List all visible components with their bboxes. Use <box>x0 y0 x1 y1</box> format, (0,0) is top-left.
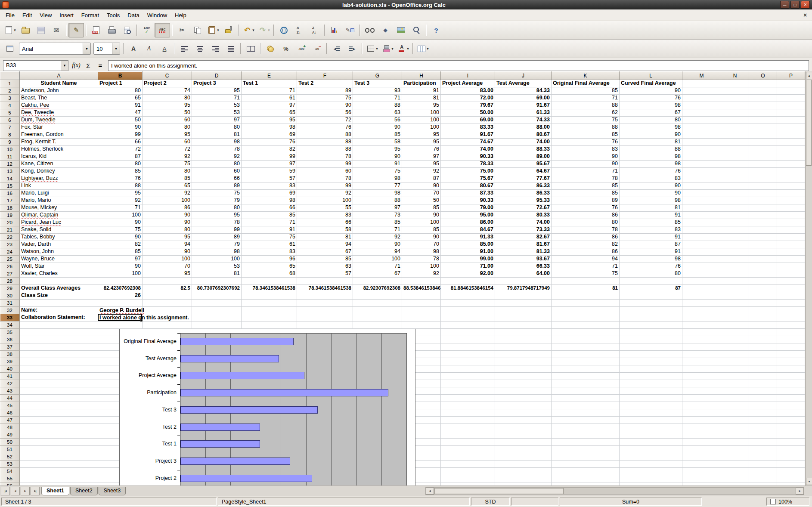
cell-I46[interactable] <box>441 409 495 417</box>
cell-B34[interactable] <box>98 322 143 329</box>
col-header-O[interactable]: O <box>749 71 777 80</box>
cell-M50[interactable] <box>682 439 721 446</box>
cell-K47[interactable] <box>552 417 620 424</box>
cell-O5[interactable] <box>749 109 777 117</box>
cell-P20[interactable] <box>777 219 805 226</box>
cell-P51[interactable] <box>777 446 805 453</box>
cell-F32[interactable] <box>297 307 353 314</box>
cell-F22[interactable]: 81 <box>297 234 353 241</box>
sheet-tab-sheet3[interactable]: Sheet3 <box>99 487 126 495</box>
col-header-A[interactable]: A <box>20 71 98 80</box>
cell-G17[interactable]: 88 <box>353 197 402 204</box>
spellcheck-button[interactable] <box>139 23 155 37</box>
cell-P12[interactable] <box>777 161 805 168</box>
row-header-28[interactable]: 28 <box>0 278 20 285</box>
cell-A26[interactable]: Wolf, Star <box>20 263 98 270</box>
cell-C13[interactable]: 80 <box>143 168 192 175</box>
cell-D11[interactable]: 92 <box>192 153 242 161</box>
cell-I42[interactable] <box>441 380 495 387</box>
cell-B25[interactable]: 97 <box>98 256 143 263</box>
cell-O29[interactable] <box>749 285 777 292</box>
cell-J11[interactable]: 89.00 <box>495 153 552 161</box>
cell-P39[interactable] <box>777 358 805 365</box>
row-header-15[interactable]: 15 <box>0 182 20 190</box>
cell-B7[interactable]: 90 <box>98 124 143 131</box>
cell-L53[interactable] <box>620 461 682 468</box>
cell-M9[interactable] <box>682 139 721 146</box>
cell-A40[interactable] <box>20 365 98 373</box>
cell-J14[interactable]: 77.67 <box>495 175 552 182</box>
cell-E27[interactable]: 68 <box>242 270 297 278</box>
cell-F20[interactable]: 66 <box>297 219 353 226</box>
cell-H12[interactable]: 95 <box>402 161 441 168</box>
cell-E33[interactable] <box>242 314 297 322</box>
cell-K18[interactable]: 76 <box>552 204 620 212</box>
select-all-corner[interactable] <box>0 71 20 80</box>
undo-button[interactable]: ▾ <box>241 23 256 37</box>
cell-I37[interactable] <box>441 343 495 351</box>
cell-L41[interactable] <box>620 373 682 380</box>
cell-F19[interactable]: 83 <box>297 212 353 219</box>
row-header-49[interactable]: 49 <box>0 431 20 439</box>
cell-N31[interactable] <box>721 300 749 307</box>
cell-D13[interactable]: 60 <box>192 168 242 175</box>
cell-C4[interactable]: 95 <box>143 102 192 109</box>
page-preview-button[interactable] <box>119 23 135 37</box>
cell-L5[interactable]: 67 <box>620 109 682 117</box>
function-wizard-button[interactable]: f(x) <box>71 60 82 71</box>
cell-B2[interactable]: 80 <box>98 87 143 95</box>
row-header-33[interactable]: 33 <box>0 314 20 322</box>
cell-A3[interactable]: Beast, The <box>20 95 98 102</box>
cell-I10[interactable]: 74.00 <box>441 146 495 153</box>
cell-H4[interactable]: 95 <box>402 102 441 109</box>
cell-E16[interactable]: 69 <box>242 190 297 197</box>
cell-O13[interactable] <box>749 168 777 175</box>
cell-P17[interactable] <box>777 197 805 204</box>
cell-G4[interactable]: 88 <box>353 102 402 109</box>
cell-N20[interactable] <box>721 219 749 226</box>
cell-I44[interactable] <box>441 395 495 402</box>
cell-K49[interactable] <box>552 431 620 439</box>
cell-F26[interactable]: 63 <box>297 263 353 270</box>
cell-C1[interactable]: Project 2 <box>143 80 192 87</box>
cell-G25[interactable]: 100 <box>353 256 402 263</box>
cell-O39[interactable] <box>749 358 777 365</box>
cell-K50[interactable] <box>552 439 620 446</box>
cell-O41[interactable] <box>749 373 777 380</box>
align-right-button[interactable] <box>208 41 223 56</box>
cell-N34[interactable] <box>721 322 749 329</box>
cell-L37[interactable] <box>620 343 682 351</box>
cell-F6[interactable]: 72 <box>297 117 353 124</box>
cell-F8[interactable]: 88 <box>297 131 353 139</box>
cell-H3[interactable]: 81 <box>402 95 441 102</box>
cell-L10[interactable]: 88 <box>620 146 682 153</box>
cell-N30[interactable] <box>721 292 749 300</box>
cell-L40[interactable] <box>620 365 682 373</box>
cell-B9[interactable]: 66 <box>98 139 143 146</box>
row-header-23[interactable]: 23 <box>0 241 20 248</box>
cell-F21[interactable]: 58 <box>297 226 353 234</box>
cell-M10[interactable] <box>682 146 721 153</box>
cell-J43[interactable] <box>495 387 552 395</box>
cell-P55[interactable] <box>777 475 805 482</box>
cell-B8[interactable]: 99 <box>98 131 143 139</box>
cell-I28[interactable] <box>441 278 495 285</box>
cell-M20[interactable] <box>682 219 721 226</box>
cell-B32[interactable]: George P. Burdell <box>98 307 143 314</box>
help-button[interactable] <box>428 23 444 37</box>
cell-E4[interactable]: 97 <box>242 102 297 109</box>
cell-D32[interactable] <box>192 307 242 314</box>
cell-E30[interactable] <box>242 292 297 300</box>
cell-G23[interactable]: 90 <box>353 241 402 248</box>
cell-L31[interactable] <box>620 300 682 307</box>
cell-A29[interactable]: Overall Class Averages <box>20 285 98 292</box>
cell-L6[interactable]: 80 <box>620 117 682 124</box>
cell-P35[interactable] <box>777 329 805 336</box>
zoom-button[interactable] <box>409 23 424 37</box>
cell-C16[interactable]: 92 <box>143 190 192 197</box>
cell-P54[interactable] <box>777 468 805 475</box>
cell-N27[interactable] <box>721 270 749 278</box>
cell-O35[interactable] <box>749 329 777 336</box>
cell-H5[interactable]: 100 <box>402 109 441 117</box>
cell-J37[interactable] <box>495 343 552 351</box>
